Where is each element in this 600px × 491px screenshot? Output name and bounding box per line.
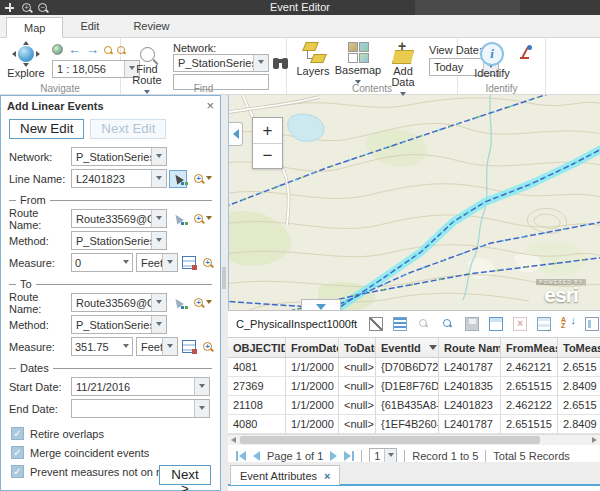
from-measure-label: Measure: (9, 257, 71, 269)
next-button[interactable]: Next > (159, 465, 211, 485)
map-zoom-out-button[interactable]: − (253, 143, 282, 168)
group-find: Find Route Network: P_StationSeries Find (121, 38, 287, 94)
show-selected-records-icon[interactable] (393, 317, 407, 331)
column-header[interactable]: FromMeasure (501, 338, 558, 357)
panel-network-combo[interactable]: P_StationSeries (71, 147, 167, 166)
table-row[interactable]: 21108 1/1/2000 <null> {61B435A8-3 L24018… (228, 396, 600, 415)
to-units-combo[interactable]: Feet (136, 337, 178, 356)
search-binoculars-icon[interactable] (273, 58, 288, 69)
zoom-to-from-route-icon[interactable]: + (194, 214, 212, 223)
from-route-dropdown-button[interactable] (151, 210, 166, 227)
zoom-in-tool-icon[interactable] (104, 46, 112, 54)
save-edits-icon[interactable] (465, 317, 479, 331)
table-row[interactable]: 4081 1/1/2000 <null> {D70B6D72-3 L240178… (228, 358, 600, 377)
export-records-icon[interactable] (537, 317, 551, 331)
map-view[interactable]: + − POWERED BY esri (228, 95, 600, 310)
column-header[interactable]: OBJECTID (228, 338, 286, 357)
full-extent-icon[interactable] (52, 44, 63, 55)
next-edit-button[interactable]: Next Edit (90, 119, 166, 139)
select-line-on-map-icon[interactable] (169, 170, 187, 188)
table-layer-name: C_PhysicalInspect1000ft (236, 318, 357, 330)
to-measure-combo[interactable]: 351.75 (71, 337, 133, 356)
start-date-combo[interactable]: 11/21/2016 (71, 377, 210, 396)
from-units-combo[interactable]: Feet (136, 253, 178, 272)
column-header[interactable]: ToDate (339, 338, 376, 357)
panel-close-icon[interactable]: × (206, 99, 214, 112)
end-date-combo[interactable] (71, 399, 210, 418)
panel-network-dropdown-button[interactable] (151, 148, 166, 165)
to-units-dropdown-button[interactable] (162, 338, 177, 355)
start-date-dropdown-button[interactable] (194, 378, 209, 395)
collapse-table-icon[interactable] (301, 299, 341, 310)
select-to-route-on-map-icon[interactable] (169, 294, 187, 312)
identify-button[interactable]: i Identify (473, 42, 511, 79)
tab-event-attributes[interactable]: Event Attributes × (230, 465, 340, 485)
retire-overlaps-checkbox[interactable] (11, 427, 24, 440)
to-method-combo[interactable]: P_StationSeries (71, 315, 167, 334)
basemap-button[interactable]: Basemap (339, 42, 377, 87)
network-label: Network: (173, 42, 288, 54)
tab-map[interactable]: Map (6, 17, 63, 38)
map-zoom-in-button[interactable]: + (253, 118, 282, 143)
previous-extent-icon[interactable]: ← (68, 43, 81, 56)
table-horizontal-scrollbar[interactable] (228, 434, 600, 445)
line-name-dropdown-button[interactable] (151, 170, 166, 187)
collapse-panel-icon[interactable] (229, 122, 243, 146)
to-measure-zoom-icon[interactable]: + (203, 342, 212, 351)
scroll-right-icon[interactable] (592, 437, 597, 443)
merge-coincident-checkbox[interactable] (11, 446, 24, 459)
previous-page-icon[interactable] (253, 451, 260, 461)
end-date-dropdown-button[interactable] (194, 400, 209, 417)
next-page-icon[interactable] (330, 451, 337, 461)
scroll-left-icon[interactable] (231, 437, 236, 443)
zoom-to-line-icon[interactable]: + (194, 174, 212, 183)
to-route-name-label: Route Name: (9, 291, 71, 315)
tab-close-icon[interactable]: × (324, 470, 330, 482)
zoom-to-to-route-icon[interactable]: + (194, 298, 212, 307)
page-text: Page 1 of 1 (267, 450, 323, 462)
field-sets-icon[interactable] (585, 317, 599, 331)
column-header[interactable]: EventId (376, 338, 439, 357)
tab-edit[interactable]: Edit (63, 16, 116, 37)
ribbon-network-combo[interactable]: P_StationSeries (173, 54, 269, 72)
from-route-name-combo[interactable]: Route33569@Cent (71, 209, 167, 228)
first-page-icon[interactable] (236, 451, 246, 461)
from-measure-combo[interactable]: 0 (71, 253, 133, 272)
column-header[interactable]: Route Name (439, 338, 501, 357)
to-route-dropdown-button[interactable] (151, 294, 166, 311)
from-method-combo[interactable]: P_StationSeries (71, 231, 167, 250)
from-units-dropdown-button[interactable] (162, 254, 177, 271)
from-measure-zoom-icon[interactable]: + (203, 258, 212, 267)
select-from-route-on-map-icon[interactable] (169, 210, 187, 228)
selection-options-icon[interactable] (369, 317, 383, 331)
add-data-icon: + (391, 42, 415, 64)
identify-route-location-icon[interactable] (518, 45, 532, 60)
pan-to-selected-icon[interactable] (441, 317, 455, 331)
dates-section-header: Dates (9, 362, 212, 374)
table-row[interactable]: 27369 1/1/2000 <null> {D1E8F76D-F L24018… (228, 377, 600, 396)
to-route-name-combo[interactable]: Route33569@Cent (71, 293, 167, 312)
prevent-measures-checkbox[interactable] (11, 465, 24, 478)
scrollbar-thumb[interactable] (240, 436, 540, 444)
next-extent-icon[interactable]: → (86, 43, 99, 56)
new-edit-button[interactable]: New Edit (9, 119, 84, 139)
network-dropdown-button[interactable] (253, 55, 268, 71)
panel-splitter[interactable] (221, 95, 228, 491)
table-row[interactable]: 4080 1/1/2000 <null> {1EF4B260-F L240178… (228, 415, 600, 434)
to-measure-picker-icon[interactable] (182, 340, 196, 353)
delete-records-icon[interactable] (513, 317, 527, 331)
from-method-dropdown-button[interactable] (151, 232, 166, 249)
zoom-to-selected-icon[interactable] (417, 317, 431, 331)
from-measure-picker-icon[interactable] (182, 256, 196, 269)
to-section-header: To (9, 278, 212, 290)
layers-button[interactable]: Layers (294, 42, 332, 77)
sort-records-icon[interactable]: AZ (561, 317, 575, 331)
last-page-icon[interactable] (344, 451, 354, 461)
to-method-dropdown-button[interactable] (151, 316, 166, 333)
field-calculator-icon[interactable] (489, 317, 503, 331)
column-header[interactable]: ToMeasure (558, 338, 600, 357)
line-name-combo[interactable]: L2401823 (71, 169, 167, 188)
column-header[interactable]: FromDate (286, 338, 339, 357)
tab-review[interactable]: Review (116, 16, 186, 37)
explore-button[interactable]: Explore (7, 42, 45, 79)
